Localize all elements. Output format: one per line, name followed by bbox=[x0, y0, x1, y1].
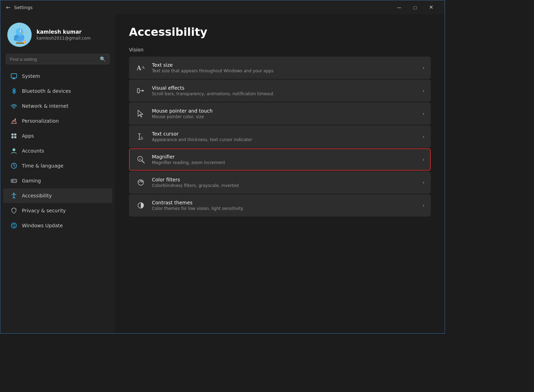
settings-item-contrast-themes[interactable]: Contrast themes Color themes for low vis… bbox=[129, 194, 431, 217]
color-filters-title: Color filters bbox=[152, 177, 417, 182]
privacy-icon bbox=[10, 207, 18, 214]
svg-point-26 bbox=[15, 181, 16, 182]
personalization-label: Personalization bbox=[22, 118, 59, 124]
title-bar: ← Settings ─ □ ✕ bbox=[0, 0, 445, 14]
sidebar-item-accounts[interactable]: Accounts bbox=[3, 144, 112, 158]
network-label: Network & internet bbox=[22, 103, 68, 109]
user-name: kamlesh kumar bbox=[37, 29, 91, 35]
app-layout: kamlesh kumar kamlesh2011@gmail.com 🔍 Sy… bbox=[0, 14, 445, 333]
accounts-label: Accounts bbox=[22, 148, 44, 154]
contrast-themes-icon bbox=[135, 200, 146, 211]
sidebar-item-privacy[interactable]: Privacy & security bbox=[3, 203, 112, 218]
close-button[interactable]: ✕ bbox=[423, 2, 439, 13]
visual-effects-chevron: › bbox=[422, 88, 424, 93]
settings-item-mouse-pointer[interactable]: Mouse pointer and touch Mouse pointer co… bbox=[129, 103, 431, 125]
svg-text:A: A bbox=[141, 65, 145, 70]
maximize-button[interactable]: □ bbox=[407, 2, 423, 13]
visual-effects-desc: Scroll bars, transparency, animations, n… bbox=[152, 91, 417, 96]
svg-point-27 bbox=[13, 193, 15, 194]
title-bar-left: ← Settings bbox=[6, 4, 33, 11]
svg-marker-33 bbox=[142, 90, 144, 92]
svg-rect-31 bbox=[137, 89, 139, 93]
title-bar-title: Settings bbox=[14, 5, 32, 10]
sidebar-item-time[interactable]: Time & language bbox=[3, 158, 112, 173]
personalization-icon bbox=[10, 117, 18, 125]
bluetooth-icon bbox=[10, 87, 18, 95]
text-cursor-title: Text cursor bbox=[152, 131, 417, 137]
svg-point-14 bbox=[14, 108, 14, 109]
sidebar-item-windows-update[interactable]: Windows Update bbox=[3, 218, 112, 233]
search-box[interactable]: 🔍 bbox=[6, 54, 110, 64]
search-icon: 🔍 bbox=[100, 56, 106, 62]
svg-rect-11 bbox=[11, 74, 17, 78]
sidebar-item-bluetooth[interactable]: Bluetooth & devices bbox=[3, 84, 112, 98]
visual-effects-title: Visual effects bbox=[152, 85, 417, 91]
gaming-label: Gaming bbox=[22, 178, 41, 183]
accessibility-icon bbox=[10, 192, 18, 199]
contrast-themes-title: Contrast themes bbox=[152, 200, 417, 205]
settings-item-visual-effects[interactable]: Visual effects Scroll bars, transparency… bbox=[129, 80, 431, 102]
title-bar-controls: ─ □ ✕ bbox=[391, 2, 439, 13]
settings-item-text-cursor[interactable]: b Text cursor Appearance and thickness, … bbox=[129, 125, 431, 148]
search-input[interactable] bbox=[10, 57, 97, 62]
accessibility-label: Accessibility bbox=[22, 193, 52, 198]
sidebar-item-personalization[interactable]: Personalization bbox=[3, 114, 112, 128]
svg-point-25 bbox=[15, 180, 15, 181]
magnifier-desc: Magnifier reading, zoom increment bbox=[152, 160, 417, 165]
text-cursor-desc: Appearance and thickness, text cursor in… bbox=[152, 137, 417, 142]
gaming-icon bbox=[10, 177, 18, 185]
magnifier-icon: + bbox=[135, 154, 146, 165]
text-size-icon: A A bbox=[135, 62, 146, 73]
color-filters-icon bbox=[135, 177, 146, 188]
color-filters-chevron: › bbox=[422, 180, 424, 185]
settings-item-magnifier[interactable]: + Magnifier Magnifier reading, zoom incr… bbox=[129, 148, 431, 171]
privacy-label: Privacy & security bbox=[22, 208, 66, 213]
sidebar-item-apps[interactable]: Apps bbox=[3, 129, 112, 143]
svg-rect-17 bbox=[14, 133, 16, 136]
sidebar-item-gaming[interactable]: Gaming bbox=[3, 173, 112, 188]
mouse-pointer-title: Mouse pointer and touch bbox=[152, 108, 417, 114]
windows-update-icon bbox=[10, 222, 18, 229]
settings-item-color-filters[interactable]: Color filters Colorblindness filters, gr… bbox=[129, 171, 431, 194]
text-cursor-text: Text cursor Appearance and thickness, te… bbox=[152, 131, 417, 142]
text-cursor-icon: b bbox=[135, 131, 146, 142]
text-cursor-chevron: › bbox=[422, 134, 424, 139]
color-filters-desc: Colorblindness filters, grayscale, inver… bbox=[152, 183, 417, 188]
svg-rect-18 bbox=[11, 136, 14, 138]
mouse-pointer-chevron: › bbox=[422, 111, 424, 116]
section-label: Vision bbox=[129, 47, 431, 52]
sidebar-item-accessibility[interactable]: Accessibility bbox=[3, 188, 112, 203]
time-label: Time & language bbox=[22, 163, 63, 169]
sidebar-item-system[interactable]: System bbox=[3, 69, 112, 83]
sidebar-item-network[interactable]: Network & internet bbox=[3, 99, 112, 113]
svg-text:A: A bbox=[137, 65, 141, 72]
nav-list: System Bluetooth & devices bbox=[0, 68, 115, 233]
back-icon[interactable]: ← bbox=[6, 4, 10, 11]
svg-point-4 bbox=[21, 31, 22, 32]
avatar-image bbox=[9, 24, 30, 45]
network-icon bbox=[10, 102, 18, 110]
contrast-themes-text: Contrast themes Color themes for low vis… bbox=[152, 200, 417, 211]
minimize-button[interactable]: ─ bbox=[391, 2, 407, 13]
mouse-pointer-icon bbox=[135, 108, 146, 119]
bluetooth-label: Bluetooth & devices bbox=[22, 88, 71, 94]
page-title: Accessibility bbox=[129, 25, 431, 39]
svg-rect-13 bbox=[12, 79, 16, 79]
user-section: kamlesh kumar kamlesh2011@gmail.com bbox=[0, 20, 115, 54]
contrast-themes-chevron: › bbox=[422, 203, 424, 208]
system-icon bbox=[10, 72, 18, 80]
svg-rect-19 bbox=[14, 136, 16, 138]
text-size-text: Text size Text size that appears through… bbox=[152, 62, 417, 73]
text-size-title: Text size bbox=[152, 62, 417, 68]
sidebar: kamlesh kumar kamlesh2011@gmail.com 🔍 Sy… bbox=[0, 14, 115, 333]
svg-line-40 bbox=[142, 161, 144, 163]
svg-point-2 bbox=[16, 28, 23, 36]
color-filters-text: Color filters Colorblindness filters, gr… bbox=[152, 177, 417, 188]
settings-item-text-size[interactable]: A A Text size Text size that appears thr… bbox=[129, 57, 431, 79]
mouse-pointer-text: Mouse pointer and touch Mouse pointer co… bbox=[152, 108, 417, 119]
main-content: Accessibility Vision A A Text size Text … bbox=[115, 14, 445, 333]
svg-text:+: + bbox=[139, 157, 141, 161]
svg-point-10 bbox=[24, 41, 25, 43]
svg-rect-12 bbox=[13, 78, 15, 79]
settings-list: A A Text size Text size that appears thr… bbox=[129, 57, 431, 217]
